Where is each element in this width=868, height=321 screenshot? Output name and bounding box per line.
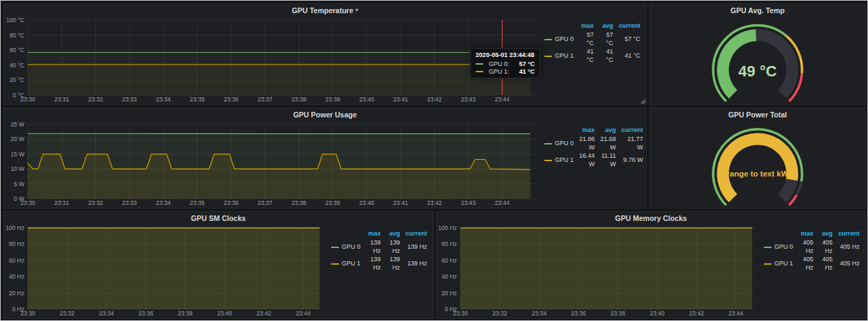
legend-series-toggle[interactable]: GPU 0 xyxy=(542,31,576,47)
legend-series-toggle[interactable]: GPU 0 xyxy=(542,135,576,151)
gpu-temperature-chart[interactable]: 0 °C20 °C40 °C60 °C80 °C100 °C23:3023:31… xyxy=(4,16,542,104)
panel-title-text: GPU Power Usage xyxy=(293,110,357,119)
x-axis-tick: 23:31 xyxy=(54,199,69,206)
legend-series-toggle[interactable]: GPU 0 xyxy=(761,238,796,255)
y-axis-tick: 5 W xyxy=(4,181,24,188)
legend-value: 21.86 W xyxy=(576,135,598,151)
gpu-sm-clocks-chart[interactable]: 0 Hz20 Hz40 Hz60 Hz80 Hz100 Hz23:3023:32… xyxy=(4,224,328,318)
legend-sort-header[interactable]: avg xyxy=(816,230,835,238)
chart-canvas[interactable] xyxy=(4,120,542,208)
y-axis-tick: 80 °C xyxy=(4,32,24,39)
legend-value: 11.11 W xyxy=(598,151,619,168)
panel-title-gpu-sm-clocks[interactable]: GPU SM Clocks xyxy=(4,212,433,224)
gpu-temperature-legend: maxavgcurrentGPU 057 °C57 °C57 °CGPU 141… xyxy=(542,16,646,104)
grafana-dashboard: GPU Temperature ▾ 0 °C20 °C40 °C60 °C80 … xyxy=(0,0,868,321)
legend-row: GPU 116.44 W11.11 W9.76 W xyxy=(542,151,646,168)
x-axis-tick: 23:44 xyxy=(495,96,510,103)
legend-value: 139 Hz xyxy=(403,255,430,272)
y-axis-tick: 25 W xyxy=(4,121,24,128)
panel-gpu-power-total: GPU Power Total range to text kW xyxy=(649,108,866,208)
panel-gpu-memory-clocks: GPU Memory Clocks 0 Hz20 Hz40 Hz60 Hz80 … xyxy=(436,211,866,319)
legend-value: 405 Hz xyxy=(835,255,862,272)
legend-value: 21.77 W xyxy=(619,135,646,151)
series-color-swatch xyxy=(764,247,771,248)
panel-gpu-power-usage: GPU Power Usage 0 W5 W10 W15 W20 W25 W23… xyxy=(3,108,646,208)
legend-value: 9.76 W xyxy=(619,151,646,168)
y-axis-tick: 20 Hz xyxy=(4,290,24,297)
legend-value: 41 °C xyxy=(616,47,643,64)
panel-title-text: GPU Temperature xyxy=(292,6,353,15)
y-axis-tick: 15 W xyxy=(4,151,24,158)
y-axis-tick: 80 Hz xyxy=(437,240,457,247)
gauge-canvas: range to text kW xyxy=(650,120,865,208)
legend-sort-header[interactable]: max xyxy=(796,230,816,238)
tooltip-series-name: GPU 0: xyxy=(489,60,510,67)
chart-canvas[interactable] xyxy=(437,224,761,318)
x-axis-tick: 23:42 xyxy=(256,310,271,317)
legend-value: 139 Hz xyxy=(383,255,403,272)
x-axis-tick: 23:36 xyxy=(138,310,153,317)
legend-corner xyxy=(761,230,796,238)
x-axis-tick: 23:41 xyxy=(393,199,408,206)
x-axis-tick: 23:34 xyxy=(156,199,171,206)
legend-value: 16.44 W xyxy=(576,151,598,168)
panel-title-gpu-temperature[interactable]: GPU Temperature ▾ xyxy=(4,4,646,16)
panel-resize-handle[interactable] xyxy=(640,99,645,104)
x-axis-tick: 23:38 xyxy=(292,96,306,103)
gpu-power-chart[interactable]: 0 W5 W10 W15 W20 W25 W23:3023:3123:3223:… xyxy=(4,120,542,208)
legend-sort-header[interactable]: avg xyxy=(596,22,616,31)
y-axis-tick: 40 °C xyxy=(4,62,24,69)
x-axis-tick: 23:37 xyxy=(258,199,272,206)
legend-series-toggle[interactable]: GPU 0 xyxy=(328,238,363,255)
legend-sort-header[interactable]: max xyxy=(576,126,598,135)
legend-value: 405 Hz xyxy=(816,238,835,255)
panel-title-text: GPU SM Clocks xyxy=(191,214,246,222)
panel-title-text: GPU Avg. Temp xyxy=(731,6,785,15)
chart-canvas[interactable] xyxy=(4,224,328,318)
chart-canvas[interactable] xyxy=(4,16,542,104)
legend-corner xyxy=(542,126,576,135)
x-axis-tick: 23:40 xyxy=(359,96,374,103)
panel-title-text: GPU Memory Clocks xyxy=(615,214,687,222)
legend-series-toggle[interactable]: GPU 1 xyxy=(761,255,796,272)
legend-sort-header[interactable]: max xyxy=(576,22,596,31)
panel-title-gpu-power-total[interactable]: GPU Power Total xyxy=(650,108,865,120)
panel-gpu-sm-clocks: GPU SM Clocks 0 Hz20 Hz40 Hz60 Hz80 Hz10… xyxy=(3,211,433,319)
legend-sort-header[interactable]: current xyxy=(616,22,643,31)
x-axis-tick: 23:30 xyxy=(20,96,35,103)
legend-series-toggle[interactable]: GPU 1 xyxy=(542,151,576,168)
x-axis-tick: 23:44 xyxy=(728,310,743,317)
legend-value: 139 Hz xyxy=(403,238,430,255)
x-axis-tick: 23:35 xyxy=(190,96,204,103)
legend-sort-header[interactable]: avg xyxy=(598,126,619,135)
y-axis-tick: 100 °C xyxy=(4,17,24,24)
x-axis-tick: 23:32 xyxy=(88,96,103,103)
legend-sort-header[interactable]: current xyxy=(403,230,430,238)
legend-series-toggle[interactable]: GPU 1 xyxy=(542,47,576,64)
legend-row: GPU 141 °C41 °C41 °C xyxy=(542,47,643,64)
x-axis-tick: 23:39 xyxy=(326,199,340,206)
legend-corner xyxy=(542,22,576,31)
legend-value: 57 °C xyxy=(596,31,616,47)
panel-title-text: GPU Power Total xyxy=(728,110,787,119)
x-axis-tick: 23:36 xyxy=(224,96,238,103)
x-axis-tick: 23:43 xyxy=(461,96,476,103)
legend-row: GPU 057 °C57 °C57 °C xyxy=(542,31,643,47)
legend-sort-header[interactable]: max xyxy=(363,230,383,238)
y-axis-tick: 100 Hz xyxy=(4,224,24,231)
panel-title-gpu-avg-temp[interactable]: GPU Avg. Temp xyxy=(650,4,865,16)
x-axis-tick: 23:30 xyxy=(453,310,467,317)
legend-value: 405 Hz xyxy=(816,255,835,272)
legend-value: 405 Hz xyxy=(796,238,816,255)
legend-value: 405 Hz xyxy=(835,238,862,255)
gpu-memory-clocks-chart[interactable]: 0 Hz20 Hz40 Hz60 Hz80 Hz100 Hz23:3023:32… xyxy=(437,224,761,318)
legend-sort-header[interactable]: current xyxy=(835,230,862,238)
panel-title-gpu-power-usage[interactable]: GPU Power Usage xyxy=(4,108,646,120)
x-axis-tick: 23:31 xyxy=(54,96,69,103)
legend-series-toggle[interactable]: GPU 1 xyxy=(328,255,363,272)
panel-title-gpu-memory-clocks[interactable]: GPU Memory Clocks xyxy=(437,212,865,224)
legend-sort-header[interactable]: current xyxy=(619,126,646,135)
y-axis-tick: 20 °C xyxy=(4,76,24,83)
tooltip-row: GPU 0: 57 °C xyxy=(476,60,535,67)
legend-sort-header[interactable]: avg xyxy=(383,230,403,238)
